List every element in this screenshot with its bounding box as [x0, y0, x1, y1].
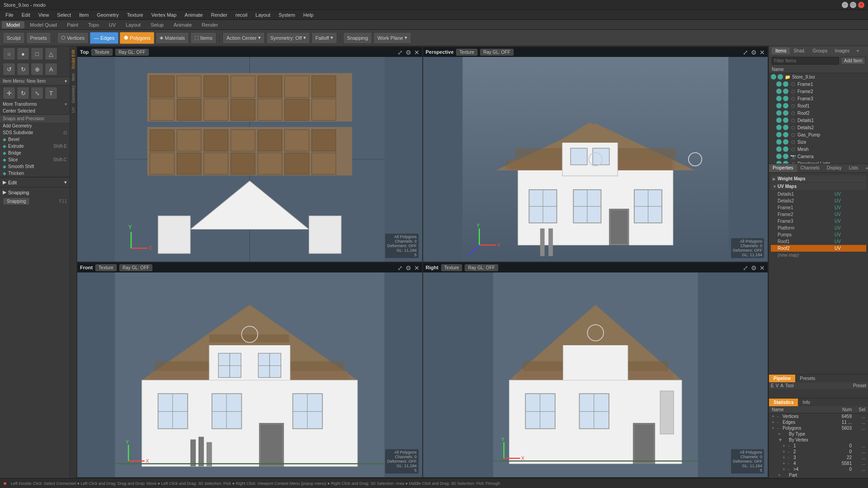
menu-texture[interactable]: Texture: [123, 11, 147, 19]
stats-part-expand[interactable]: +: [778, 473, 783, 478]
tool-icon-8[interactable]: A: [45, 63, 57, 75]
item-vis-gas-pump[interactable]: [776, 132, 782, 137]
tab-items[interactable]: Items: [772, 47, 790, 54]
item-vis-details2[interactable]: [776, 125, 782, 130]
pipeline-presets[interactable]: Presets: [795, 375, 820, 382]
viewport-perspective-raygl[interactable]: Ray GL: OFF: [480, 49, 513, 56]
thicken-row[interactable]: ◆ Thicken: [0, 170, 70, 177]
vp-persp-close-icon[interactable]: ✕: [759, 48, 766, 57]
item-camera[interactable]: 📷 Camera: [769, 153, 868, 160]
item-vis2-gas-pump[interactable]: [783, 132, 788, 137]
item-vis2-details2[interactable]: [783, 125, 788, 130]
filter-items-input[interactable]: [772, 57, 839, 65]
statistics-info[interactable]: Info: [798, 399, 815, 406]
extrude-row[interactable]: ◆ Extrude Shift-E: [0, 143, 70, 150]
stats-bytype-row[interactable]: + By Type: [769, 431, 868, 437]
item-gas-pump[interactable]: ⬡ Gas_Pump: [769, 131, 868, 138]
tab-setup[interactable]: Setup: [146, 21, 168, 28]
vert-tab-geometry[interactable]: Geometry: [70, 84, 76, 105]
more-transforms-row[interactable]: More Transforms ▾: [0, 101, 70, 108]
item-vis-dir-light[interactable]: [776, 161, 782, 164]
transform-icon[interactable]: T: [45, 87, 57, 99]
vp-persp-settings-icon[interactable]: ⚙: [750, 48, 758, 57]
item-vis2-camera[interactable]: [783, 154, 788, 159]
item-vis-details1[interactable]: [776, 117, 782, 123]
item-vis-roof2[interactable]: [776, 110, 782, 116]
tab-render[interactable]: Render: [197, 21, 222, 28]
slice-row[interactable]: ◆ Slice Shift-C: [0, 156, 70, 163]
vp-right-settings-icon[interactable]: ⚙: [750, 263, 758, 272]
stats-v2-minus[interactable]: -: [788, 449, 793, 454]
tab-paint[interactable]: Paint: [62, 21, 83, 28]
falloff-button[interactable]: Falloff ▾: [311, 32, 337, 44]
props-tab-properties[interactable]: Properties: [769, 164, 797, 172]
stats-edges-expand[interactable]: +: [772, 420, 777, 425]
vp-top-settings-icon[interactable]: ⚙: [405, 48, 412, 57]
tool-icon-6[interactable]: ↻: [17, 63, 29, 75]
menu-recoil[interactable]: recoil: [232, 11, 251, 19]
item-vis2-details1[interactable]: [783, 117, 788, 123]
viewport-perspective-content[interactable]: X Y Z: [423, 57, 768, 262]
viewport-right-content[interactable]: X Y: [423, 272, 768, 477]
item-frame1[interactable]: ⬡ Frame1: [769, 80, 868, 88]
tab-topo[interactable]: Topo: [84, 21, 104, 28]
vp-persp-maximize-icon[interactable]: ⤢: [742, 48, 749, 57]
menu-geometry[interactable]: Geometry: [93, 11, 122, 19]
stats-edges-collapse[interactable]: -: [777, 420, 783, 425]
move-icon[interactable]: ✛: [3, 87, 15, 99]
item-vis-frame1[interactable]: [776, 81, 782, 87]
action-center-button[interactable]: Action Center ▾: [222, 32, 265, 44]
bevel-row[interactable]: ◆ Bevel: [0, 136, 70, 143]
viewport-front-texture[interactable]: Texture: [95, 264, 117, 271]
viewport-front-raygl[interactable]: Ray GL: OFF: [119, 264, 152, 271]
tab-groups[interactable]: Groups: [809, 47, 831, 54]
add-geometry-row[interactable]: Add Geometry: [0, 122, 70, 129]
tab-layout[interactable]: Layout: [121, 21, 145, 28]
item-vis2-roof2[interactable]: [783, 110, 788, 116]
sds-subdivide-row[interactable]: SDS Subdivide ⊡: [0, 129, 70, 136]
edit-dropdown[interactable]: ▾: [64, 179, 67, 185]
vp-top-close-icon[interactable]: ✕: [413, 48, 420, 57]
item-vis-frame2[interactable]: [776, 89, 782, 94]
scale-icon[interactable]: ⤡: [31, 87, 43, 99]
tool-icon-2[interactable]: ●: [17, 47, 29, 60]
menu-file[interactable]: File: [2, 11, 17, 19]
stats-edges-row[interactable]: + - Edges 11 ... ...: [769, 419, 868, 425]
stats-v3-minus[interactable]: -: [788, 455, 793, 460]
stats-v2-row[interactable]: + - 2 0 ...: [769, 449, 868, 455]
viewport-perspective-texture[interactable]: Texture: [456, 49, 477, 56]
stats-v4-row[interactable]: + - 4 5581 ...: [769, 460, 868, 466]
tab-animate[interactable]: Animate: [169, 21, 196, 28]
add-item-button[interactable]: Add Item: [841, 57, 865, 65]
stats-vertices-collapse[interactable]: -: [777, 414, 783, 419]
tool-icon-3[interactable]: □: [31, 47, 43, 60]
stats-v4plus-row[interactable]: + - >4 0 ...: [769, 466, 868, 472]
uv-frame3-row[interactable]: Frame3 UV: [771, 218, 866, 225]
menu-system[interactable]: System: [275, 11, 299, 19]
menu-animate[interactable]: Animate: [181, 11, 206, 19]
stats-byvertex-row[interactable]: ▼ By Vertex: [769, 437, 868, 443]
tab-model-quad[interactable]: Model Quad: [25, 21, 61, 28]
vp-right-close-icon[interactable]: ✕: [759, 263, 766, 272]
item-vis-mesh[interactable]: [776, 146, 782, 152]
uv-pumps-row[interactable]: Pumps UV: [771, 231, 866, 238]
vp-front-settings-icon[interactable]: ⚙: [405, 263, 412, 272]
vertices-button[interactable]: ⬡ Vertices: [57, 32, 89, 44]
menu-render[interactable]: Render: [208, 11, 231, 19]
stats-v1-minus[interactable]: -: [788, 443, 793, 448]
sculpt-button[interactable]: Sculpt: [3, 32, 25, 44]
stats-vertices-row[interactable]: + - Vertices 6459 ...: [769, 413, 868, 419]
vert-tab-uv[interactable]: UV: [70, 105, 76, 115]
vp-top-maximize-icon[interactable]: ⤢: [396, 48, 404, 57]
item-vis2-roof1[interactable]: [783, 103, 788, 108]
item-vis2-store9[interactable]: [778, 74, 783, 80]
tool-icon-4[interactable]: △: [45, 47, 57, 60]
uv-new-map-row[interactable]: (new map): [771, 252, 866, 258]
stats-v2-plus[interactable]: +: [783, 449, 788, 454]
stats-v4-plus[interactable]: +: [783, 461, 788, 466]
snapping-button[interactable]: Snapping: [343, 32, 373, 44]
tool-icon-7[interactable]: ⊕: [31, 63, 43, 75]
item-vis2-dir-light[interactable]: [783, 161, 788, 164]
uv-roof1-row[interactable]: Roof1 UV: [771, 238, 866, 245]
snaps-precision-header[interactable]: Snaps and Precision: [0, 115, 70, 122]
